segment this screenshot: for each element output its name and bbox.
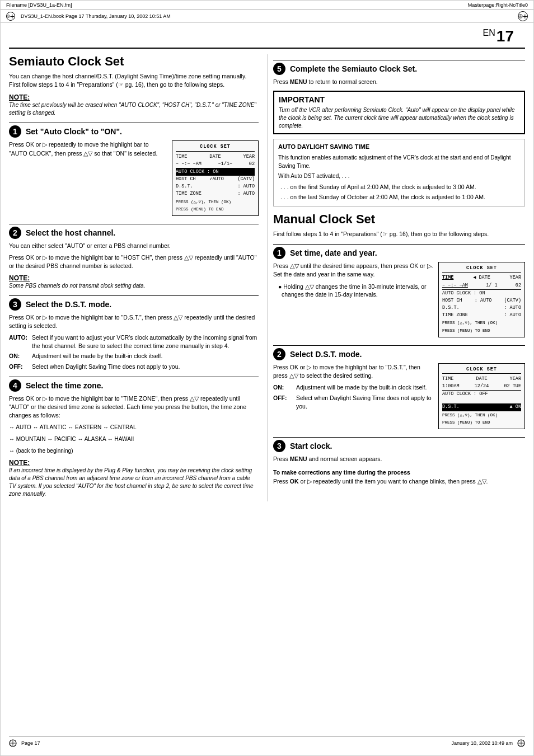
semiauto-title: Semiauto Clock Set	[9, 54, 259, 69]
corrections-title: To make corrections any time during the …	[273, 469, 525, 476]
page-number-area: EN17	[9, 23, 525, 49]
note1-text: The time set previously will be erased w…	[9, 101, 259, 117]
header-strip: Filename [DVS3U_1a-EN.fm] Masterpage:Rig…	[1, 1, 533, 10]
step1-menu-title: CLOCK SET	[176, 143, 255, 151]
corner-mark-left	[6, 12, 15, 21]
manual-step2-off-text: Select when Daylight Saving Time does no…	[296, 394, 434, 410]
step2-title: Select the host channel.	[26, 228, 115, 237]
auto-dst-item2: . . . on the last Sunday of October at 2…	[278, 193, 520, 201]
auto-dst-title: AUTO DAYLIGHT SAVING TIME	[278, 143, 520, 152]
step1-menu-row-tz: TIME ZONE: AUTO	[176, 190, 255, 198]
semiauto-intro: You can change the host channel/D.S.T. (…	[9, 72, 259, 89]
manual-step2-title: Select D.S.T. mode.	[290, 350, 362, 359]
manual-step1-row-header: TIME◀ DATEYEAR	[442, 274, 521, 281]
manual-step2-content: CLOCK SET TIMEDATEYEAR 1:00AM12/2402 TUE…	[273, 363, 525, 431]
step1-menu-row-header: TIMEDATEYEAR	[176, 153, 255, 161]
manual-step2-row-header: TIMEDATEYEAR	[442, 375, 521, 383]
manual-step3-circle: 3	[273, 440, 285, 452]
corrections-section: To make corrections any time during the …	[273, 469, 525, 486]
manual-step1-header: 1 Set time, date and year.	[273, 244, 525, 259]
manual-step1-circle: 1	[273, 247, 285, 259]
step4-circle: 4	[9, 379, 21, 392]
step4-title: Select the time zone.	[26, 381, 103, 390]
important-title: IMPORTANT	[279, 95, 519, 104]
manual-step2-on-text: Adjustment will be made by the built-in …	[296, 383, 427, 392]
step5-title: Complete the Semiauto Clock Set.	[290, 64, 417, 73]
left-column: Semiauto Clock Set You can change the ho…	[9, 54, 267, 501]
step3-title: Select the D.S.T. mode.	[26, 300, 111, 309]
note3-text: If an incorrect time is displayed by the…	[9, 467, 259, 498]
step3-on-option: ON: Adjustment will be made by the built…	[9, 352, 259, 360]
page-footer: Page 17 January 10, 2002 10:49 am	[9, 736, 525, 747]
step2-text1: You can either select "AUTO" or enter a …	[9, 242, 259, 250]
manual-step1-row-hostch: HOST CH: AUTO(CATV)	[442, 297, 521, 304]
step5-circle: 5	[273, 63, 285, 75]
step3-text: Press OK or ▷ to move the highlight bar …	[9, 313, 259, 330]
manual-step2-menu-box: CLOCK SET TIMEDATEYEAR 1:00AM12/2402 TUE…	[438, 363, 525, 429]
manual-step3-header: 3 Start clock.	[273, 437, 525, 452]
manual-step2-row-dst: D.S.T.▲ ON	[442, 403, 521, 411]
book-ref-label: DVS3U_1-EN.book Page 17 Thursday, Januar…	[21, 13, 171, 19]
step3-off-text: Select when Daylight Saving Time does no…	[32, 363, 180, 371]
manual-step2-instr2: PRESS (MENU) TO END	[442, 420, 521, 426]
manual-step2-instr1: PRESS (△,▽), THEN (OK)	[442, 412, 521, 419]
manual-step2-row-autoclk: AUTO CLOCK : OFF	[442, 391, 521, 398]
manual-step2-off-option: OFF: Select when Daylight Saving Time do…	[273, 394, 434, 410]
filename-label: Filename [DVS3U_1a-EN.fm]	[6, 2, 72, 8]
step3-header: 3 Select the D.S.T. mode.	[9, 295, 259, 311]
manual-step2-header: 2 Select D.S.T. mode.	[273, 345, 525, 360]
step1-circle: 1	[9, 125, 21, 138]
auto-dst-item1: . . . on the first Sunday of April at 2:…	[278, 183, 520, 191]
auto-dst-text1: This function enables automatic adjustme…	[278, 154, 520, 170]
manual-step1-row-time: – –:– –AM1/ 102	[442, 282, 521, 290]
step1-menu-row-hostch: HOST CH✓AUTO(CATV)	[176, 176, 255, 183]
step3-off-label: OFF:	[9, 363, 29, 371]
important-text: Turn off the VCR after performing Semiau…	[279, 106, 519, 130]
step4-tz-line3: ↔ (back to the beginning)	[9, 447, 259, 456]
step3-off-option: OFF: Select when Daylight Saving Time do…	[9, 363, 259, 371]
manual-step1-instr2: PRESS (MENU) TO END	[442, 328, 521, 335]
important-box: IMPORTANT Turn off the VCR after perform…	[273, 91, 525, 134]
step5-header: 5 Complete the Semiauto Clock Set.	[273, 60, 525, 75]
manual-step1-title: Set time, date and year.	[290, 248, 377, 257]
sub-header: DVS3U_1-EN.book Page 17 Thursday, Januar…	[1, 10, 533, 23]
manual-step2-circle: 2	[273, 348, 285, 360]
note-box-1: NOTE: The time set previously will be er…	[9, 93, 259, 117]
step1-content: CLOCK SET TIMEDATEYEAR – –:– –AM–1/1–02 …	[9, 140, 259, 218]
note2-title: NOTE:	[9, 274, 259, 282]
note2-text: Some PBS channels do not transmit clock …	[9, 282, 259, 290]
step3-auto-option: AUTO: Select if you want to adjust your …	[9, 334, 259, 350]
step2-circle: 2	[9, 227, 21, 239]
note-box-3: NOTE: If an incorrect time is displayed …	[9, 459, 259, 498]
note3-title: NOTE:	[9, 459, 259, 467]
note1-title: NOTE:	[9, 93, 259, 101]
step3-auto-label: AUTO:	[9, 334, 29, 350]
manual-step2-off-label: OFF:	[273, 394, 293, 410]
step3-auto-text: Select if you want to adjust your VCR's …	[32, 334, 259, 350]
step3-options: AUTO: Select if you want to adjust your …	[9, 334, 259, 371]
step1-menu-instr2: PRESS (MENU) TO END	[176, 206, 255, 213]
en-label: EN	[483, 28, 495, 37]
step4-header: 4 Select the time zone.	[9, 377, 259, 392]
step1-menu-instr1: PRESS (△,▽), THEN (OK)	[176, 199, 255, 206]
step1-menu-row-autoclk: AUTO CLOCK : ON	[176, 168, 255, 176]
step2-header: 2 Select the host channel.	[9, 224, 259, 239]
step3-on-label: ON:	[9, 352, 29, 360]
step2-text2: Press OK or ▷ to move the highlight bar …	[9, 253, 259, 270]
step1-menu-row-time: – –:– –AM–1/1–02	[176, 161, 255, 168]
step3-circle: 3	[9, 298, 21, 311]
auto-dst-text2: With Auto DST activated, . . .	[278, 172, 520, 181]
manual-step1-row-dst: D.S.T.: AUTO	[442, 304, 521, 312]
manual-step1-instr1: PRESS (△,▽), THEN (OK)	[442, 320, 521, 327]
manual-step1-content: CLOCK SET TIME◀ DATEYEAR – –:– –AM1/ 102…	[273, 262, 525, 339]
step4-tz-line2: ↔ MOUNTAIN ↔ PACIFIC ↔ ALASKA ↔ HAWAII	[9, 435, 259, 444]
step1-menu-row-dst: D.S.T.: AUTO	[176, 183, 255, 190]
step1-title: Set "Auto Clock" to "ON".	[26, 127, 122, 136]
manual-step3-text: Press MENU and normal screen appears.	[273, 455, 525, 463]
footer-page-label: Page 17	[21, 740, 40, 746]
manual-step2-menu-title: CLOCK SET	[442, 366, 521, 374]
step5-text: Press MENU to return to normal screen.	[273, 78, 525, 86]
manual-step2-on-option: ON: Adjustment will be made by the built…	[273, 383, 434, 392]
step1-header: 1 Set "Auto Clock" to "ON".	[9, 123, 259, 138]
manual-step1-row-tz: TIME ZONE: AUTO	[442, 312, 521, 319]
